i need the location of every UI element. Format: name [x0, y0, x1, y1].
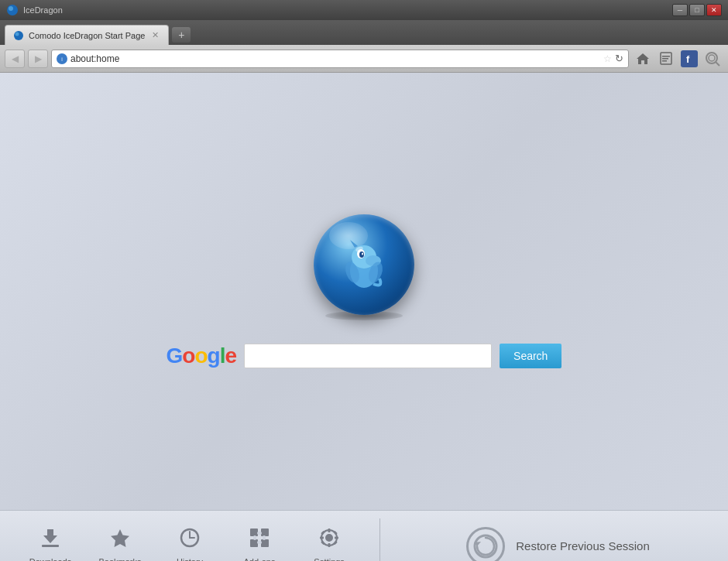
- svg-point-3: [15, 32, 19, 36]
- home-button[interactable]: [632, 49, 654, 69]
- addons-label: Add-ons: [244, 557, 276, 562]
- google-search-input[interactable]: [244, 344, 492, 368]
- svg-line-15: [716, 62, 719, 66]
- addons-icon: [248, 526, 271, 552]
- svg-rect-26: [42, 545, 59, 547]
- app-title: IceDragon: [23, 5, 668, 15]
- main-content: Google Search: [0, 73, 728, 510]
- bookmarks-link[interactable]: Bookmarks: [85, 518, 155, 562]
- bookmarks-label: Bookmarks: [98, 557, 141, 562]
- google-search-button[interactable]: Search: [500, 344, 561, 368]
- downloads-icon: [39, 526, 62, 552]
- address-bar[interactable]: i ☆ ↻: [51, 50, 629, 68]
- search-toolbar-button[interactable]: [702, 49, 723, 69]
- quick-links: Downloads Bookmarks History: [15, 518, 380, 562]
- settings-label: Settings: [314, 557, 345, 562]
- history-label: History: [177, 557, 203, 562]
- svg-point-13: [706, 53, 717, 63]
- address-input[interactable]: [70, 53, 600, 64]
- window-controls: ─ □ ✕: [672, 4, 722, 16]
- svg-point-2: [14, 31, 23, 40]
- restore-icon: [466, 527, 505, 562]
- svg-rect-8: [662, 56, 670, 57]
- svg-rect-38: [257, 541, 262, 544]
- security-icon: i: [57, 53, 67, 64]
- svg-rect-32: [261, 529, 269, 536]
- bookmark-star-icon[interactable]: ☆: [603, 53, 612, 64]
- svg-marker-22: [350, 240, 358, 248]
- history-link[interactable]: History: [155, 518, 225, 562]
- svg-rect-36: [253, 535, 256, 540]
- logo-area: [314, 214, 414, 320]
- new-tab-button[interactable]: +: [172, 27, 191, 43]
- app-icon: [6, 4, 19, 16]
- svg-rect-31: [250, 529, 258, 536]
- downloads-link[interactable]: Downloads: [15, 518, 85, 562]
- tab-favicon: [13, 30, 24, 41]
- refresh-icon[interactable]: ↻: [615, 53, 623, 64]
- svg-marker-6: [637, 53, 649, 64]
- restore-session[interactable]: Restore Previous Session: [380, 527, 713, 562]
- bookmarks-toolbar-button[interactable]: [655, 49, 677, 69]
- downloads-label: Downloads: [29, 557, 71, 562]
- svg-rect-37: [263, 535, 266, 540]
- svg-point-20: [359, 251, 364, 258]
- restore-label: Restore Previous Session: [516, 539, 650, 552]
- tab-close-button[interactable]: ✕: [149, 30, 160, 41]
- svg-rect-34: [261, 539, 269, 547]
- addons-link[interactable]: Add-ons: [225, 518, 294, 562]
- svg-point-1: [9, 6, 13, 11]
- svg-rect-42: [328, 529, 331, 532]
- svg-rect-10: [662, 60, 667, 62]
- dragon-icon: [333, 234, 395, 296]
- svg-point-21: [362, 253, 363, 255]
- svg-rect-45: [335, 536, 338, 539]
- settings-icon: [318, 526, 341, 552]
- svg-rect-33: [250, 539, 258, 547]
- tab-title: Comodo IceDragon Start Page: [29, 31, 145, 40]
- svg-text:f: f: [686, 53, 690, 65]
- google-logo: Google: [167, 344, 236, 368]
- svg-rect-9: [662, 58, 668, 60]
- back-button[interactable]: ◀: [5, 50, 25, 68]
- tab-bar: Comodo IceDragon Start Page ✕ +: [0, 20, 728, 45]
- search-area: Google Search: [167, 344, 562, 368]
- minimize-button[interactable]: ─: [672, 4, 688, 16]
- active-tab[interactable]: Comodo IceDragon Start Page ✕: [5, 25, 169, 45]
- svg-rect-35: [257, 532, 262, 535]
- bottom-bar: Downloads Bookmarks History: [0, 510, 728, 561]
- title-bar: IceDragon ─ □ ✕: [0, 0, 728, 20]
- nav-bar: ◀ ▶ i ☆ ↻ f: [0, 45, 728, 73]
- svg-marker-27: [111, 529, 129, 547]
- close-button[interactable]: ✕: [706, 4, 722, 16]
- svg-rect-44: [320, 536, 324, 539]
- svg-point-14: [709, 55, 715, 61]
- svg-rect-43: [328, 543, 331, 547]
- settings-link[interactable]: Settings: [294, 518, 364, 562]
- toolbar-icons: f: [632, 49, 723, 69]
- forward-button[interactable]: ▶: [28, 50, 48, 68]
- browser-logo: [314, 214, 414, 315]
- bookmarks-icon: [108, 526, 132, 552]
- facebook-button[interactable]: f: [678, 49, 700, 69]
- maximize-button[interactable]: □: [689, 4, 705, 16]
- history-icon: [178, 526, 201, 552]
